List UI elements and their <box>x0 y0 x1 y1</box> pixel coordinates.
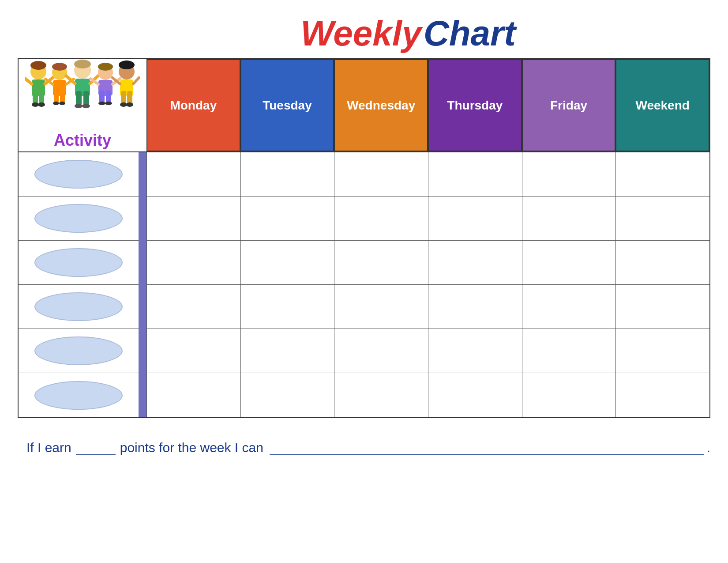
cell-r3-friday[interactable] <box>522 241 616 285</box>
activity-oval-5 <box>34 336 123 365</box>
svg-rect-13 <box>60 91 65 103</box>
activity-oval-2 <box>34 204 123 233</box>
cell-r3-wednesday[interactable] <box>334 241 428 285</box>
chart-body <box>18 151 710 418</box>
svg-line-7 <box>25 77 32 84</box>
svg-rect-21 <box>76 91 82 105</box>
footer-text-end: . <box>707 440 710 455</box>
svg-point-24 <box>82 104 90 108</box>
svg-point-5 <box>32 102 39 107</box>
svg-rect-30 <box>99 91 105 103</box>
cell-r2-weekend[interactable] <box>615 196 709 241</box>
svg-rect-22 <box>83 91 89 105</box>
activity-label: Activity <box>54 128 111 151</box>
cell-r4-weekend[interactable] <box>615 285 709 329</box>
kids-illustration-area: Activity <box>19 59 146 151</box>
activity-oval-6 <box>34 381 123 410</box>
svg-point-37 <box>119 60 135 69</box>
cell-r1-monday[interactable] <box>146 152 240 196</box>
svg-rect-12 <box>54 91 59 103</box>
cell-r6-weekend[interactable] <box>615 373 709 417</box>
cell-r6-friday[interactable] <box>522 373 616 417</box>
cell-r2-wednesday[interactable] <box>334 196 428 241</box>
day-header-wednesday: Wednesday <box>334 59 428 151</box>
day-header-thursday: Thursday <box>428 59 522 151</box>
cell-r5-friday[interactable] <box>522 329 616 373</box>
cell-r3-tuesday[interactable] <box>240 241 334 285</box>
svg-point-23 <box>75 104 83 108</box>
svg-rect-40 <box>127 91 132 104</box>
cell-r4-wednesday[interactable] <box>334 285 428 329</box>
footer-blank-points[interactable] <box>76 454 116 455</box>
cell-r5-tuesday[interactable] <box>240 329 334 373</box>
vertical-divider-bar <box>139 152 146 417</box>
svg-point-1 <box>30 61 46 70</box>
svg-rect-3 <box>33 91 38 104</box>
day-header-monday: Monday <box>146 59 240 151</box>
activity-oval-1 <box>34 160 123 189</box>
svg-point-33 <box>105 102 112 105</box>
cell-r3-monday[interactable] <box>146 241 240 285</box>
oval-cell-2 <box>19 196 139 241</box>
footer-text: If I earn points for the week I can . <box>18 440 710 455</box>
svg-line-44 <box>133 78 139 84</box>
svg-point-15 <box>59 102 65 105</box>
cell-r2-tuesday[interactable] <box>240 196 334 241</box>
day-header-friday: Friday <box>522 59 616 151</box>
footer-blank-reward[interactable] <box>270 454 704 455</box>
oval-column <box>19 152 139 417</box>
oval-cell-6 <box>19 373 139 417</box>
kids-illustration-icon <box>25 59 140 128</box>
svg-rect-31 <box>106 91 111 103</box>
svg-point-10 <box>52 63 67 71</box>
cell-r5-wednesday[interactable] <box>334 329 428 373</box>
cell-r6-tuesday[interactable] <box>240 373 334 417</box>
oval-cell-3 <box>19 241 139 285</box>
cell-r5-weekend[interactable] <box>615 329 709 373</box>
cell-r6-thursday[interactable] <box>428 373 522 417</box>
cell-r5-thursday[interactable] <box>428 329 522 373</box>
cell-r3-thursday[interactable] <box>428 241 522 285</box>
svg-point-6 <box>38 102 45 107</box>
cell-r4-thursday[interactable] <box>428 285 522 329</box>
svg-point-32 <box>98 102 105 105</box>
cell-r1-friday[interactable] <box>522 152 616 196</box>
chart-row-3 <box>146 241 709 285</box>
oval-cell-1 <box>19 152 139 196</box>
cell-r4-monday[interactable] <box>146 285 240 329</box>
cell-r1-thursday[interactable] <box>428 152 522 196</box>
cell-r4-tuesday[interactable] <box>240 285 334 329</box>
cell-r2-friday[interactable] <box>522 196 616 241</box>
footer-text-middle: points for the week I can <box>120 440 263 455</box>
cell-r2-thursday[interactable] <box>428 196 522 241</box>
activity-oval-4 <box>34 292 123 321</box>
cell-r6-wednesday[interactable] <box>334 373 428 417</box>
oval-cell-5 <box>19 329 139 373</box>
svg-point-42 <box>126 102 133 107</box>
oval-cell-4 <box>19 285 139 329</box>
cell-r1-wednesday[interactable] <box>334 152 428 196</box>
svg-rect-39 <box>121 91 126 104</box>
chart-header: Activity Monday Tuesday Wednesday Thursd… <box>18 58 710 151</box>
footer-text-before: If I earn <box>26 440 71 455</box>
cell-r3-weekend[interactable] <box>615 241 709 285</box>
activity-oval-3 <box>34 248 123 277</box>
chart-grid <box>146 152 709 417</box>
cell-r5-monday[interactable] <box>146 329 240 373</box>
chart-row-2 <box>146 196 709 241</box>
title-weekly: Weekly <box>300 14 421 53</box>
day-header-tuesday: Tuesday <box>240 59 334 151</box>
svg-point-41 <box>120 102 127 107</box>
title-chart: Chart <box>424 14 516 53</box>
svg-point-19 <box>74 60 91 68</box>
day-header-weekend: Weekend <box>615 59 709 151</box>
chart-row-4 <box>146 285 709 329</box>
svg-rect-4 <box>39 91 44 104</box>
cell-r2-monday[interactable] <box>146 196 240 241</box>
cell-r1-tuesday[interactable] <box>240 152 334 196</box>
cell-r1-weekend[interactable] <box>615 152 709 196</box>
cell-r4-friday[interactable] <box>522 285 616 329</box>
chart-row-6 <box>146 373 709 417</box>
days-header: Monday Tuesday Wednesday Thursday Friday… <box>146 59 709 151</box>
cell-r6-monday[interactable] <box>146 373 240 417</box>
